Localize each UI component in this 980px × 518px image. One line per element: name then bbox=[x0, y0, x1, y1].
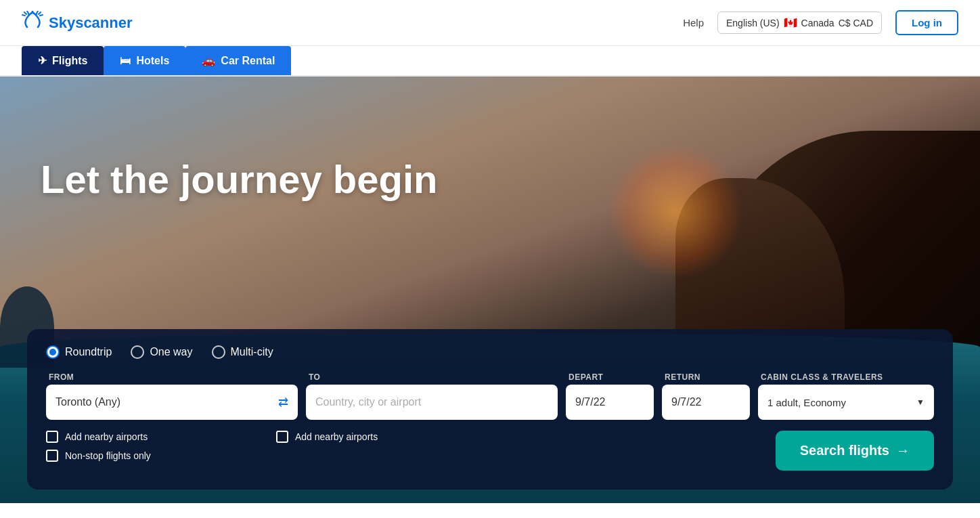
flights-icon: ✈ bbox=[38, 54, 47, 67]
multicity-option[interactable]: Multi-city bbox=[212, 345, 273, 359]
svg-line-1 bbox=[37, 11, 38, 14]
search-arrow-icon: → bbox=[896, 443, 910, 458]
hero-title: Let the journey begin bbox=[41, 158, 438, 201]
nonstop-label: Non-stop flights only bbox=[65, 450, 151, 461]
from-label: From bbox=[46, 372, 298, 382]
country-text: Canada bbox=[801, 18, 834, 28]
oneway-option[interactable]: One way bbox=[131, 345, 192, 359]
tab-hotels-label: Hotels bbox=[136, 55, 169, 67]
from-input-wrap: ⇄ bbox=[46, 385, 298, 420]
cabin-select[interactable]: 1 adult, Economy bbox=[767, 397, 911, 408]
cabin-group: Cabin Class & Travelers 1 adult, Economy… bbox=[758, 372, 934, 420]
tab-flights[interactable]: ✈ Flights bbox=[22, 46, 104, 75]
divider-3 bbox=[654, 372, 662, 420]
header-right: Help English (US) 🇨🇦 Canada C$ CAD Log i… bbox=[683, 10, 958, 35]
tab-flights-label: Flights bbox=[52, 55, 87, 67]
currency-text: C$ CAD bbox=[839, 18, 873, 28]
return-input-wrap bbox=[662, 385, 750, 420]
roundtrip-label: Roundtrip bbox=[65, 346, 112, 358]
return-group: Return bbox=[662, 372, 750, 420]
nav-tabs: ✈ Flights 🛏 Hotels 🚗 Car Rental bbox=[0, 46, 980, 77]
header: Skyscanner Help English (US) 🇨🇦 Canada C… bbox=[0, 0, 980, 46]
from-nearby-label: Add nearby airports bbox=[65, 431, 148, 442]
login-button[interactable]: Log in bbox=[895, 10, 958, 35]
tab-hotels[interactable]: 🛏 Hotels bbox=[104, 46, 185, 75]
help-link[interactable]: Help bbox=[683, 17, 704, 28]
cabin-label: Cabin Class & Travelers bbox=[758, 372, 934, 382]
options-row: Add nearby airports Non-stop flights onl… bbox=[46, 431, 934, 471]
from-options: Add nearby airports Non-stop flights onl… bbox=[46, 431, 263, 462]
hero: Let the journey begin Roundtrip One way … bbox=[0, 77, 980, 503]
return-input[interactable] bbox=[671, 396, 740, 408]
divider-1 bbox=[298, 372, 306, 420]
to-input[interactable] bbox=[315, 396, 548, 408]
search-button[interactable]: Search flights → bbox=[776, 431, 934, 471]
locale-button[interactable]: English (US) 🇨🇦 Canada C$ CAD bbox=[717, 12, 882, 34]
oneway-label: One way bbox=[150, 346, 192, 358]
from-nearby-option[interactable]: Add nearby airports bbox=[46, 431, 263, 443]
flag-icon: 🇨🇦 bbox=[784, 16, 797, 29]
to-nearby-checkbox[interactable] bbox=[276, 431, 288, 443]
svg-line-0 bbox=[27, 11, 28, 14]
hotels-icon: 🛏 bbox=[120, 55, 131, 67]
search-button-label: Search flights bbox=[800, 443, 889, 458]
depart-input-wrap bbox=[566, 385, 654, 420]
hero-glow bbox=[608, 144, 743, 280]
svg-line-4 bbox=[22, 15, 25, 16]
to-nearby-option[interactable]: Add nearby airports bbox=[276, 431, 466, 443]
logo-icon bbox=[22, 11, 43, 35]
trip-type-group: Roundtrip One way Multi-city bbox=[46, 345, 934, 359]
depart-label: Depart bbox=[566, 372, 654, 382]
roundtrip-radio-inner bbox=[49, 349, 56, 355]
swap-icon[interactable]: ⇄ bbox=[278, 395, 288, 410]
depart-input[interactable] bbox=[575, 396, 644, 408]
nonstop-option[interactable]: Non-stop flights only bbox=[46, 450, 263, 462]
svg-line-3 bbox=[39, 12, 41, 14]
tab-car-rental[interactable]: 🚗 Car Rental bbox=[185, 46, 291, 75]
car-icon: 🚗 bbox=[202, 54, 215, 67]
oneway-radio[interactable] bbox=[131, 345, 144, 359]
search-panel: Roundtrip One way Multi-city From ⇄ bbox=[27, 329, 953, 490]
search-fields: From ⇄ To Depart bbox=[46, 372, 934, 420]
divider-2 bbox=[558, 372, 566, 420]
multicity-radio[interactable] bbox=[212, 345, 225, 359]
to-label: To bbox=[306, 372, 558, 382]
logo-text: Skyscanner bbox=[49, 14, 133, 32]
return-label: Return bbox=[662, 372, 750, 382]
divider-4 bbox=[750, 372, 758, 420]
to-options: Add nearby airports bbox=[263, 431, 466, 443]
to-input-wrap bbox=[306, 385, 558, 420]
multicity-label: Multi-city bbox=[231, 346, 273, 358]
svg-line-5 bbox=[40, 15, 43, 16]
nonstop-checkbox[interactable] bbox=[46, 450, 58, 462]
to-nearby-label: Add nearby airports bbox=[295, 431, 378, 442]
locale-text: English (US) bbox=[726, 18, 780, 28]
svg-line-2 bbox=[24, 12, 26, 14]
tab-car-label: Car Rental bbox=[221, 55, 275, 67]
from-input[interactable] bbox=[55, 396, 273, 408]
roundtrip-option[interactable]: Roundtrip bbox=[46, 345, 112, 359]
cabin-dropdown-arrow: ▼ bbox=[916, 397, 925, 407]
cabin-input-wrap: 1 adult, Economy ▼ bbox=[758, 385, 934, 420]
to-group: To bbox=[306, 372, 558, 420]
from-nearby-checkbox[interactable] bbox=[46, 431, 58, 443]
roundtrip-radio[interactable] bbox=[46, 345, 60, 359]
depart-group: Depart bbox=[566, 372, 654, 420]
logo[interactable]: Skyscanner bbox=[22, 11, 133, 35]
from-group: From ⇄ bbox=[46, 372, 298, 420]
